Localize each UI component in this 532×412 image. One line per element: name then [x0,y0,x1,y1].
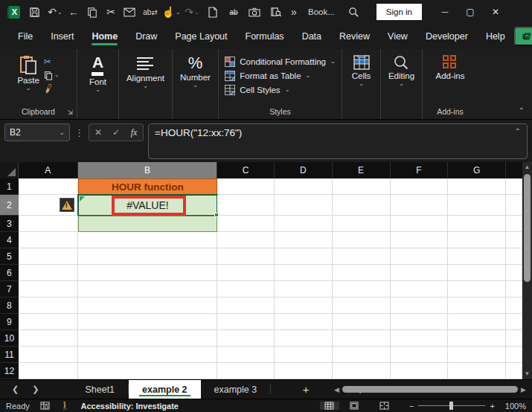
cell-b7[interactable] [78,281,217,297]
undo-icon[interactable]: ↶⌄ [46,3,64,21]
sheet-tab-sheet1[interactable]: Sheet1 [71,380,128,399]
cancel-icon[interactable]: ✕ [89,127,107,138]
cell-g1[interactable] [448,178,506,195]
cell-g6[interactable] [448,265,506,281]
cell-c12[interactable] [217,363,275,379]
tab-page-layout[interactable]: Page Layout [166,26,236,48]
cell-e11[interactable] [333,347,391,363]
cell-h5[interactable] [506,248,522,265]
cell-f5[interactable] [391,248,449,265]
alignment-button[interactable]: Alignment ⌄ [126,55,164,88]
cell-d11[interactable] [275,347,333,363]
cell-f7[interactable] [391,281,449,297]
cell-g7[interactable] [448,281,506,297]
row-header-12[interactable]: 12 [0,363,19,379]
font-button[interactable]: A Font ⌄ [89,55,106,92]
cell-f11[interactable] [391,347,449,363]
redo-icon[interactable]: ↷⌄ [183,3,201,21]
cell-c9[interactable] [217,314,275,330]
format-as-table-button[interactable]: Format as Table⌄ [225,71,310,81]
cell-f2[interactable] [391,195,449,216]
vertical-scrollbar[interactable]: ▲ ▼ [522,162,532,379]
cell-g4[interactable] [448,232,506,248]
cell-a8[interactable] [19,297,78,314]
cell-h3[interactable] [506,216,522,232]
tab-file[interactable]: File [9,26,42,48]
cell-f8[interactable] [391,297,449,314]
cell-f10[interactable] [391,330,449,347]
tab-developer[interactable]: Developer [417,26,477,48]
cell-b1[interactable]: HOUR function [78,178,217,195]
zoom-slider[interactable]: − + [409,402,495,411]
cell-g9[interactable] [448,314,506,330]
cell-e6[interactable] [333,265,391,281]
cell-e9[interactable] [333,314,391,330]
cell-a1[interactable] [19,178,78,195]
sign-in-button[interactable]: Sign in [376,4,422,20]
cell-b9[interactable] [78,314,217,330]
format-painter-button[interactable]: 🖌 [44,83,60,94]
tab-draw[interactable]: Draw [126,26,166,48]
cell-f1[interactable] [391,178,449,195]
cell-c5[interactable] [217,248,275,265]
row-header-5[interactable]: 5 [0,248,19,265]
zoom-out-icon[interactable]: − [409,402,414,411]
enter-icon[interactable]: ✓ [107,127,125,138]
cell-a11[interactable] [19,347,78,363]
cell-b10[interactable] [78,330,217,347]
column-header-f[interactable]: F [391,162,449,178]
cell-c1[interactable] [217,178,275,195]
cell-h1[interactable] [506,178,522,195]
cell-f9[interactable] [391,314,449,330]
tab-review[interactable]: Review [330,26,379,48]
horizontal-scrollbar[interactable]: ◀ ▶ [334,384,526,395]
cell-g10[interactable] [448,330,506,347]
draw-strikethrough-icon[interactable]: ab [225,3,243,21]
page-layout-view-icon[interactable] [350,402,369,410]
scroll-left-icon[interactable]: ◀ [334,386,339,393]
accessibility-status[interactable]: Accessibility: Investigate [81,402,179,411]
row-header-1[interactable]: 1 [0,178,19,195]
cell-c10[interactable] [217,330,275,347]
cell-d3[interactable] [275,216,333,232]
cell-f6[interactable] [391,265,449,281]
row-header-11[interactable]: 11 [0,347,19,363]
more-commands-icon[interactable]: » [287,3,301,21]
column-header-a[interactable]: A [19,162,78,178]
cell-b5[interactable] [78,248,217,265]
horizontal-scrollbar-thumb[interactable] [342,386,518,393]
cell-h4[interactable] [506,232,522,248]
touch-mode-icon[interactable]: ☝⌄ [162,3,180,21]
select-all-corner[interactable] [0,162,19,178]
cell-e1[interactable] [333,178,391,195]
cell-g5[interactable] [448,248,506,265]
cell-a10[interactable] [19,330,78,347]
minimize-button[interactable]: ─ [432,1,458,22]
cell-c4[interactable] [217,232,275,248]
accessibility-checker-icon[interactable]: 🚶 [60,401,71,411]
vertical-scrollbar-thumb[interactable] [524,174,531,282]
cell-d8[interactable] [275,297,333,314]
back-arrow-icon[interactable]: ← [67,3,80,21]
sheet-tab-example2[interactable]: example 2 [129,380,200,399]
cell-b2-selected[interactable]: #VALUE! [78,195,217,216]
cell-e7[interactable] [333,281,391,297]
cell-c3[interactable] [217,216,275,232]
row-header-10[interactable]: 10 [0,330,19,347]
prev-sheet-icon[interactable]: ❮ [12,384,19,394]
zoom-in-icon[interactable]: + [490,402,494,411]
cut-icon[interactable]: ✂ [104,3,118,21]
cell-c11[interactable] [217,347,275,363]
conditional-formatting-button[interactable]: Conditional Formatting⌄ [225,57,335,67]
cell-a9[interactable] [19,314,78,330]
error-warning-icon[interactable] [60,198,74,212]
cell-a2[interactable] [19,195,78,216]
column-header-b[interactable]: B [78,162,217,178]
column-header-d[interactable]: D [275,162,333,178]
add-sheet-button[interactable]: + [287,380,324,399]
cell-a5[interactable] [19,248,78,265]
cell-b11[interactable] [78,347,217,363]
row-header-2[interactable]: 2 [0,195,19,216]
formula-bar-drag-handle[interactable]: ⋮ [74,123,84,138]
cell-d2[interactable] [275,195,333,216]
